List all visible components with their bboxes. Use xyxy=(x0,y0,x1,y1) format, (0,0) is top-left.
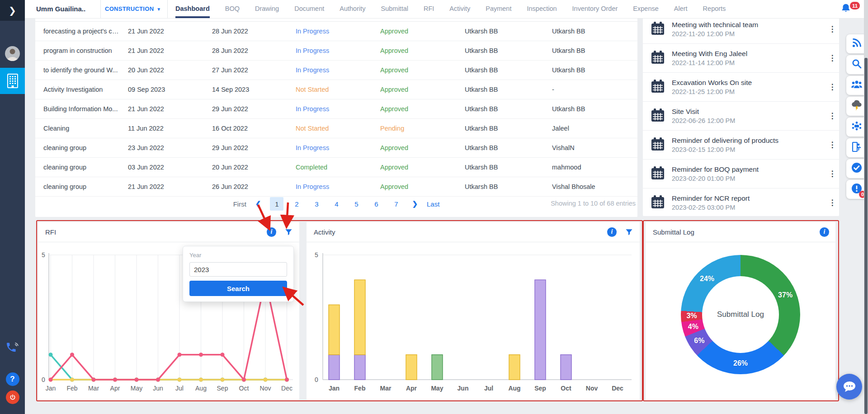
cell-task-name: cleaning group xyxy=(43,183,119,190)
cell-approval: Approved xyxy=(380,28,465,35)
page-number-7[interactable]: 7 xyxy=(389,197,403,211)
info-icon[interactable]: i xyxy=(267,227,276,237)
tab-payment[interactable]: Payment xyxy=(486,0,511,18)
page-number-1[interactable]: 1 xyxy=(270,197,283,211)
cell-status: Completed xyxy=(296,164,380,171)
cell-status: In Progress xyxy=(296,183,380,190)
year-label: Year xyxy=(189,252,287,259)
tab-reports[interactable]: Reports xyxy=(703,0,726,18)
cell-status: In Progress xyxy=(296,47,380,54)
svg-text:Feb: Feb xyxy=(66,385,77,392)
help-icon: ? xyxy=(6,372,19,386)
table-row[interactable]: Activity Investigation09 Sep 202314 Sep … xyxy=(35,80,637,99)
meeting-item[interactable]: Reminder of delivering of products2023-0… xyxy=(643,131,839,160)
chevron-left-icon[interactable]: ❮ xyxy=(255,200,261,208)
tab-rfi[interactable]: RFI xyxy=(424,0,434,18)
chat-button[interactable] xyxy=(836,374,862,400)
pagination-first[interactable]: First xyxy=(233,200,246,208)
sidebar-item-project[interactable] xyxy=(0,68,25,94)
kebab-menu-icon[interactable]: ⋮ xyxy=(826,53,839,63)
cell-approval: Approved xyxy=(380,86,465,93)
module-selector[interactable]: CONSTRUCTION▼ xyxy=(105,0,161,19)
notifications-button[interactable]: 11 xyxy=(840,3,855,16)
donut-slice-label: 26% xyxy=(733,359,748,367)
meeting-item[interactable]: Meeting With Eng Jaleel2022-11-14 12:00 … xyxy=(643,44,839,73)
svg-text:5: 5 xyxy=(315,251,318,259)
kebab-menu-icon[interactable]: ⋮ xyxy=(826,169,839,179)
approved-check-icon xyxy=(851,162,863,175)
cell-start-date: 21 Jun 2022 xyxy=(128,47,212,54)
table-row[interactable]: cleaning group21 Jun 202226 Jun 2022In P… xyxy=(35,177,637,197)
page-number-2[interactable]: 2 xyxy=(290,197,303,211)
tab-alert[interactable]: Alert xyxy=(674,0,688,18)
page-number-3[interactable]: 3 xyxy=(310,197,323,211)
donut-slice-label: 24% xyxy=(700,275,714,283)
meeting-item[interactable]: Excavation Works On site2022-11-25 12:00… xyxy=(643,73,839,102)
cell-end-date: 28 Jun 2022 xyxy=(212,47,296,54)
meeting-item[interactable]: Site Visit2022-06-26 12:00 PM⋮ xyxy=(643,102,839,131)
tab-document[interactable]: Document xyxy=(294,0,324,18)
table-row[interactable]: cleaning group23 Jun 202229 Jun 2022In P… xyxy=(35,138,637,158)
meeting-texts: Reminder for NCR report2023-02-25 03:00 … xyxy=(672,194,826,211)
search-button[interactable]: Search xyxy=(189,281,287,296)
table-row[interactable]: forecasting a project's co...21 Jun 2022… xyxy=(35,22,637,41)
cell-created-by: Utkarsh BB xyxy=(465,125,552,132)
kebab-menu-icon[interactable]: ⋮ xyxy=(826,111,839,121)
info-icon[interactable]: i xyxy=(607,227,617,237)
tab-dashboard[interactable]: Dashboard xyxy=(175,0,210,18)
donut-center-label: Submittal Log xyxy=(717,310,764,319)
svg-text:Apr: Apr xyxy=(406,385,417,392)
svg-text:Jun: Jun xyxy=(458,385,469,392)
meeting-datetime: 2023-02-20 01:00 PM xyxy=(672,175,826,182)
tab-inventory-order[interactable]: Inventory Order xyxy=(572,0,618,18)
kebab-menu-icon[interactable]: ⋮ xyxy=(826,198,839,207)
table-row[interactable]: cleaning group03 Jun 202220 Jun 2022Comp… xyxy=(35,158,637,177)
tab-boq[interactable]: BOQ xyxy=(225,0,240,18)
donut-hole: Submittal Log xyxy=(702,276,779,353)
svg-text:Mar: Mar xyxy=(380,385,392,392)
year-input[interactable] xyxy=(189,262,287,277)
kebab-menu-icon[interactable]: ⋮ xyxy=(826,24,839,34)
tab-expense[interactable]: Expense xyxy=(633,0,658,18)
meeting-title: Reminder of delivering of products xyxy=(672,136,826,145)
scrollbar[interactable] xyxy=(864,0,868,414)
cell-status: In Progress xyxy=(296,105,380,113)
page-number-5[interactable]: 5 xyxy=(349,197,363,211)
logout-button[interactable] xyxy=(0,390,25,405)
scrollbar-thumb[interactable] xyxy=(864,58,868,414)
tab-drawing[interactable]: Drawing xyxy=(255,0,279,18)
cell-end-date: 16 Oct 2022 xyxy=(212,125,296,132)
cell-task-name: cleaning group xyxy=(43,144,119,151)
info-icon[interactable]: i xyxy=(820,227,829,237)
page-number-4[interactable]: 4 xyxy=(330,197,343,211)
meeting-datetime: 2023-02-25 03:00 PM xyxy=(672,204,826,211)
meeting-icon xyxy=(851,121,863,133)
page-number-6[interactable]: 6 xyxy=(369,197,383,211)
table-row[interactable]: program in construction21 Jun 202228 Jun… xyxy=(35,41,637,61)
tab-inspection[interactable]: Inspection xyxy=(527,0,557,18)
tab-activity[interactable]: Activity xyxy=(449,0,470,18)
task-rows: forecasting a project's co...21 Jun 2022… xyxy=(35,22,637,197)
meeting-item[interactable]: Meeting with technical team2022-11-20 12… xyxy=(643,15,839,44)
donut-slice-label: 6% xyxy=(694,337,704,345)
table-row[interactable]: Cleaning11 Jun 202216 Oct 2022Not Starte… xyxy=(35,119,637,138)
svg-text:Mar: Mar xyxy=(88,385,99,392)
table-row[interactable]: to identify the ground W...20 Jun 202227… xyxy=(35,61,637,80)
filter-icon[interactable] xyxy=(625,228,633,236)
call-button[interactable] xyxy=(0,338,25,356)
tab-authority[interactable]: Authority xyxy=(340,0,365,18)
tab-submittal[interactable]: Submittal xyxy=(381,0,408,18)
meeting-item[interactable]: Reminder for NCR report2023-02-25 03:00 … xyxy=(643,188,839,216)
chevron-right-icon[interactable]: ❯ xyxy=(412,200,418,208)
module-selector-label: CONSTRUCTION xyxy=(105,5,154,12)
pagination-last[interactable]: Last xyxy=(427,200,439,208)
kebab-menu-icon[interactable]: ⋮ xyxy=(826,82,839,92)
help-button[interactable]: ? xyxy=(0,372,25,387)
cell-assigned-to: Vishal Bhosale xyxy=(552,183,624,190)
avatar[interactable] xyxy=(5,46,20,61)
sidebar-expand-button[interactable]: ❯ xyxy=(0,0,25,21)
meeting-item[interactable]: Reminder for BOQ payment2023-02-20 01:00… xyxy=(643,160,839,188)
filter-icon[interactable] xyxy=(284,228,293,236)
table-row[interactable]: Building Information Mo...21 Jun 202229 … xyxy=(35,99,637,119)
kebab-menu-icon[interactable]: ⋮ xyxy=(826,140,839,150)
